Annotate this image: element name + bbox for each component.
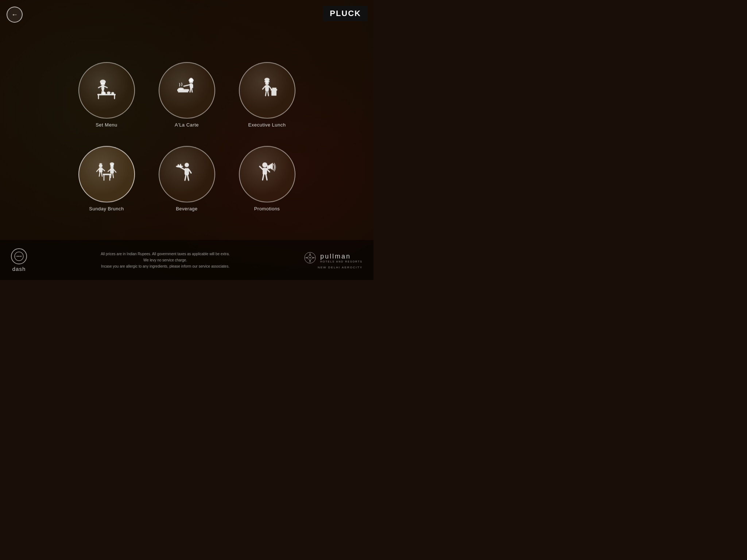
standing-chef-icon — [252, 76, 282, 105]
waiter-tray-icon — [172, 160, 201, 189]
svg-point-24 — [264, 78, 270, 81]
a-la-carte-label: A'La Carte — [175, 122, 199, 128]
dash-icon — [14, 251, 24, 261]
svg-line-19 — [190, 88, 191, 92]
beverage-circle[interactable] — [159, 146, 215, 202]
svg-rect-34 — [272, 88, 276, 89]
menu-grid: Set Menu — [77, 58, 296, 215]
svg-point-41 — [110, 162, 114, 165]
svg-rect-22 — [178, 91, 188, 92]
menu-item-a-la-carte[interactable]: A'La Carte — [159, 62, 215, 128]
svg-rect-16 — [190, 83, 193, 88]
svg-line-65 — [267, 169, 270, 172]
pullman-text-block: pullman HOTELS AND RESORTS — [320, 253, 363, 263]
svg-line-39 — [99, 172, 100, 176]
svg-point-61 — [262, 162, 267, 167]
svg-point-11 — [107, 91, 111, 94]
svg-point-35 — [99, 164, 102, 167]
svg-rect-27 — [265, 85, 269, 91]
svg-rect-42 — [110, 164, 114, 166]
svg-line-37 — [97, 169, 99, 171]
dash-label: dash — [12, 266, 26, 272]
svg-point-68 — [15, 252, 23, 261]
executive-lunch-circle[interactable] — [239, 62, 295, 118]
disclaimer-line3: Incase you are allergic to any ingredien… — [101, 264, 229, 268]
svg-rect-1 — [101, 83, 105, 85]
svg-line-47 — [111, 173, 111, 178]
svg-line-6 — [103, 90, 104, 93]
svg-line-40 — [101, 172, 102, 176]
svg-line-46 — [114, 170, 116, 172]
svg-rect-57 — [180, 164, 181, 166]
disclaimer-line2: We levy no service charge. — [143, 258, 187, 262]
svg-line-4 — [104, 86, 107, 88]
svg-point-70 — [19, 256, 20, 257]
svg-line-20 — [191, 88, 192, 92]
disclaimer-text: All prices are in Indian Rupees. All gov… — [27, 251, 303, 269]
pullman-name: pullman — [320, 253, 363, 260]
menu-item-executive-lunch[interactable]: Executive Lunch — [239, 62, 295, 128]
svg-line-17 — [184, 85, 190, 86]
pullman-brand: pullman HOTELS AND RESORTS — [303, 251, 363, 264]
sunday-brunch-label: Sunday Brunch — [89, 206, 124, 211]
svg-point-71 — [20, 256, 22, 257]
svg-line-5 — [102, 90, 102, 93]
svg-line-63 — [260, 166, 263, 169]
menu-item-promotions[interactable]: Promotions — [239, 146, 295, 211]
svg-point-26 — [265, 81, 269, 85]
disclaimer-line1: All prices are in Indian Rupees. All gov… — [101, 252, 230, 256]
buffet-chef-icon — [92, 76, 121, 105]
promotions-circle[interactable] — [239, 146, 295, 202]
svg-line-58 — [189, 170, 191, 173]
svg-rect-32 — [271, 89, 277, 90]
cooking-chef-icon — [172, 76, 201, 105]
svg-line-38 — [102, 169, 105, 171]
svg-point-43 — [111, 165, 114, 168]
svg-line-31 — [268, 91, 268, 96]
pullman-location: NEW DELHI AEROCITY — [318, 266, 363, 269]
pullman-sub: HOTELS AND RESORTS — [320, 260, 363, 263]
svg-point-52 — [185, 163, 189, 167]
brunch-servers-icon — [92, 160, 121, 189]
brand-name: PLUCK — [330, 9, 361, 18]
beverage-label: Beverage — [176, 206, 198, 211]
dash-circle-icon — [11, 248, 27, 264]
sunday-brunch-circle[interactable] — [78, 146, 135, 202]
svg-rect-53 — [185, 168, 189, 175]
back-icon: ← — [11, 11, 18, 19]
svg-point-13 — [189, 78, 194, 82]
svg-rect-44 — [110, 168, 114, 173]
svg-line-28 — [263, 86, 265, 89]
svg-point-10 — [101, 92, 106, 94]
a-la-carte-circle[interactable] — [159, 62, 215, 118]
dash-logo: dash — [11, 248, 27, 272]
menu-item-beverage[interactable]: Beverage — [159, 146, 215, 211]
set-menu-label: Set Menu — [96, 122, 117, 128]
pullman-logo: pullman HOTELS AND RESORTS NEW DELHI AER… — [303, 251, 363, 269]
menu-item-sunday-brunch[interactable]: Sunday Brunch — [78, 146, 135, 211]
set-menu-circle[interactable] — [78, 62, 135, 118]
svg-line-60 — [187, 175, 189, 180]
svg-rect-56 — [178, 164, 179, 166]
svg-rect-25 — [264, 81, 270, 82]
svg-line-54 — [180, 167, 185, 170]
svg-rect-2 — [101, 85, 104, 90]
announcer-icon — [252, 160, 282, 189]
svg-line-67 — [266, 174, 267, 180]
back-button[interactable]: ← — [7, 7, 23, 23]
svg-rect-64 — [267, 165, 270, 169]
promotions-label: Promotions — [254, 206, 280, 211]
svg-point-55 — [176, 165, 183, 167]
svg-line-59 — [185, 175, 186, 180]
pullman-icon — [303, 251, 317, 264]
svg-point-23 — [178, 88, 184, 90]
svg-rect-36 — [99, 167, 102, 172]
svg-rect-7 — [97, 94, 116, 95]
svg-line-66 — [263, 174, 264, 180]
menu-item-set-menu[interactable]: Set Menu — [78, 62, 135, 128]
svg-rect-21 — [177, 89, 189, 91]
svg-line-30 — [266, 91, 266, 96]
svg-point-69 — [17, 256, 18, 257]
svg-rect-49 — [103, 174, 111, 175]
svg-line-29 — [269, 86, 271, 89]
